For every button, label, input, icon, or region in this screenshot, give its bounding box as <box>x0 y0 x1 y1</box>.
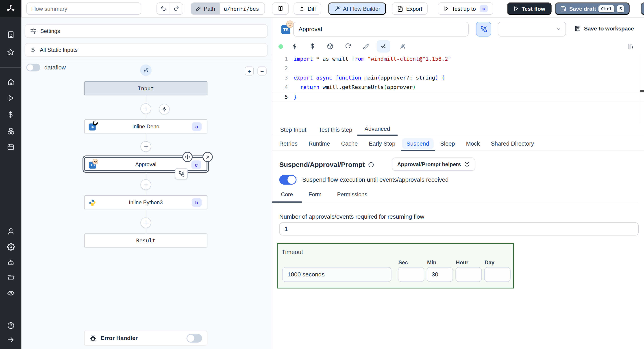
suspend-phone-badge[interactable] <box>175 168 188 179</box>
code-line[interactable]: 3export async function main(approver?: s… <box>272 73 644 82</box>
add-step-button[interactable] <box>140 103 151 114</box>
approvals-required-label: Number of approvals/events required for … <box>279 213 424 220</box>
tab-step-input[interactable]: Step Input <box>279 123 307 136</box>
flow-node-inline-python[interactable]: Inline Python3 b <box>84 195 207 209</box>
move-step-button[interactable] <box>182 152 192 162</box>
tab-retries[interactable]: Retries <box>279 136 297 151</box>
library-button[interactable] <box>624 40 637 52</box>
tab-form[interactable]: Form <box>307 191 323 203</box>
sec-input[interactable] <box>398 267 424 282</box>
dollar-vars-button[interactable] <box>288 40 301 52</box>
path-value: u/henri/bes <box>220 3 263 14</box>
tab-sleep[interactable]: Sleep <box>440 136 455 151</box>
tab-test-this-step[interactable]: Test this step <box>318 123 353 136</box>
windmill-logo[interactable] <box>0 0 21 17</box>
script-version-select[interactable] <box>498 22 566 36</box>
expand-arrow-icon[interactable] <box>0 335 21 345</box>
add-step-button[interactable] <box>140 218 151 228</box>
undo-button[interactable] <box>157 3 170 14</box>
code-line[interactable]: 5} <box>272 92 644 101</box>
timeout-display-input[interactable] <box>282 267 391 282</box>
error-handler-node[interactable]: Error Handler <box>84 331 207 346</box>
dataflow-toggle[interactable] <box>26 64 40 71</box>
tab-cache[interactable]: Cache <box>341 136 358 151</box>
python-icon <box>89 199 97 207</box>
min-input[interactable] <box>427 267 453 282</box>
code-line[interactable]: 1import * as wmill from "windmill-client… <box>272 54 644 64</box>
editor-scrollbar[interactable] <box>640 54 640 123</box>
runs-play-icon[interactable] <box>0 93 21 103</box>
format-brush-button[interactable] <box>359 40 372 52</box>
flow-summary-input[interactable] <box>26 2 141 15</box>
code-line[interactable]: 2 <box>272 64 644 73</box>
advanced-tabs: Retries Runtime Cache Early Stop Suspend… <box>272 136 644 151</box>
tab-permissions[interactable]: Permissions <box>336 191 369 203</box>
save-draft-button[interactable]: Save draftCtrlS <box>555 2 630 15</box>
user-icon[interactable] <box>0 226 21 236</box>
flow-settings-button[interactable]: Settings <box>25 24 268 38</box>
tab-early-stop[interactable]: Early Stop <box>369 136 395 151</box>
variables-dollar-icon[interactable] <box>0 109 21 119</box>
code-line[interactable]: 4 return wmill.getResumeUrls(approver) <box>272 82 644 92</box>
settings-gear-icon[interactable] <box>0 242 21 252</box>
min-label: Min <box>427 259 436 266</box>
clipped-right-button[interactable] <box>641 2 644 15</box>
test-flow-button[interactable]: Test flow <box>507 2 552 15</box>
export-button[interactable]: Export <box>392 2 428 15</box>
tab-advanced[interactable]: Advanced <box>357 123 398 136</box>
all-static-inputs-button[interactable]: All Static Inputs <box>25 43 268 56</box>
diff-button[interactable]: Diff <box>294 2 321 15</box>
tab-mock[interactable]: Mock <box>466 136 480 151</box>
workers-robot-icon[interactable] <box>0 258 21 268</box>
approval-prompt-helpers-button[interactable]: Approval/Prompt helpers <box>392 157 475 171</box>
test-up-to-step-badge: c <box>480 5 488 12</box>
redo-button[interactable] <box>170 3 183 14</box>
info-icon[interactable] <box>368 162 374 168</box>
package-button[interactable] <box>323 40 336 52</box>
resources-cubes-icon[interactable] <box>0 126 21 136</box>
flow-node-result[interactable]: Result <box>84 233 207 247</box>
sliders-icon <box>30 28 36 34</box>
error-handler-toggle[interactable] <box>186 334 202 342</box>
test-up-to-button[interactable]: Test up toc <box>438 2 493 15</box>
add-trigger-button[interactable] <box>159 104 170 114</box>
flow-node-inline-deno[interactable]: TS Inline Deno a <box>84 119 207 133</box>
suspend-sub-tabs: Core Form Permissions <box>279 191 638 203</box>
tab-suspend[interactable]: Suspend <box>406 136 429 151</box>
dollar-resources-button[interactable] <box>306 40 319 52</box>
suspend-toggle[interactable] <box>279 175 296 185</box>
hour-input[interactable] <box>456 267 482 282</box>
flow-node-input[interactable]: Input <box>84 81 207 95</box>
add-step-button[interactable] <box>140 141 151 152</box>
home-icon[interactable] <box>0 77 21 87</box>
folders-icon[interactable] <box>0 272 21 282</box>
tab-runtime[interactable]: Runtime <box>308 136 330 151</box>
eye-icon[interactable] <box>0 288 21 298</box>
timeout-label: Timeout <box>282 249 303 255</box>
zoom-in-button[interactable]: + <box>245 66 254 75</box>
path-button[interactable]: Path u/henri/bes <box>190 2 265 15</box>
reload-button[interactable] <box>341 40 355 52</box>
star-icon[interactable] <box>0 47 21 57</box>
ai-wand-button[interactable] <box>140 64 152 76</box>
schedules-calendar-icon[interactable] <box>0 142 21 152</box>
delete-step-button[interactable] <box>202 152 213 162</box>
sparkles-off-button[interactable] <box>396 40 410 52</box>
tab-core[interactable]: Core <box>272 191 302 203</box>
suspend-phone-button[interactable] <box>476 22 491 36</box>
day-input[interactable] <box>484 267 510 282</box>
docs-book-button[interactable] <box>272 2 289 15</box>
zoom-out-button[interactable]: − <box>258 66 266 75</box>
code-editor[interactable]: 1import * as wmill from "windmill-client… <box>272 54 644 123</box>
approval-step-icon: TS <box>282 23 292 34</box>
ai-assistant-button[interactable] <box>377 40 390 52</box>
add-step-button[interactable] <box>140 179 151 190</box>
help-icon[interactable] <box>0 320 21 330</box>
tab-shared-directory[interactable]: Shared Directory <box>491 136 534 151</box>
approvals-required-input[interactable] <box>279 222 638 236</box>
building-icon[interactable] <box>0 29 21 39</box>
save-to-workspace-button[interactable]: Save to workspace <box>574 25 634 31</box>
step-name-input[interactable] <box>293 22 469 36</box>
ai-flow-builder-button[interactable]: AI Flow Builder <box>328 2 386 15</box>
suspend-heading: Suspend/Approval/Prompt <box>279 161 364 169</box>
